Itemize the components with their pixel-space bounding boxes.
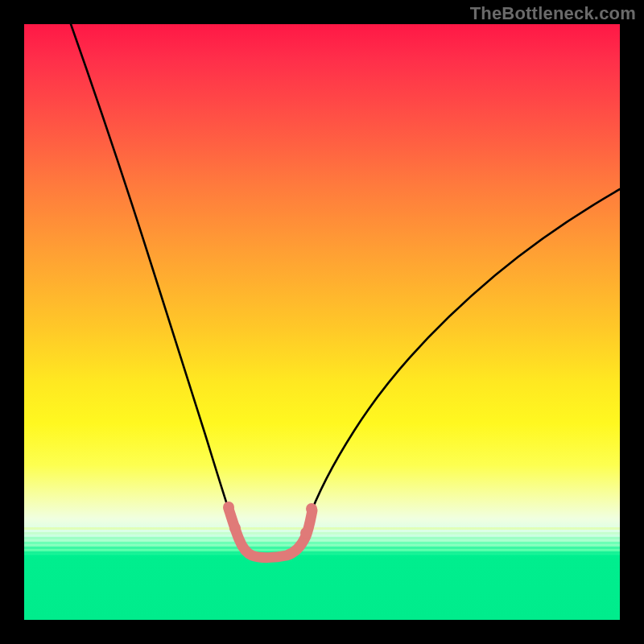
band-5 xyxy=(24,547,620,549)
spectrum-gradient xyxy=(24,24,620,620)
chart-stage: TheBottleneck.com xyxy=(0,0,644,644)
band-4 xyxy=(24,542,620,544)
band-3 xyxy=(24,537,620,539)
band-2 xyxy=(24,532,620,535)
plot-area xyxy=(24,24,620,620)
watermark-text: TheBottleneck.com xyxy=(470,3,636,24)
band-6 xyxy=(24,551,620,554)
band-1 xyxy=(24,527,620,530)
